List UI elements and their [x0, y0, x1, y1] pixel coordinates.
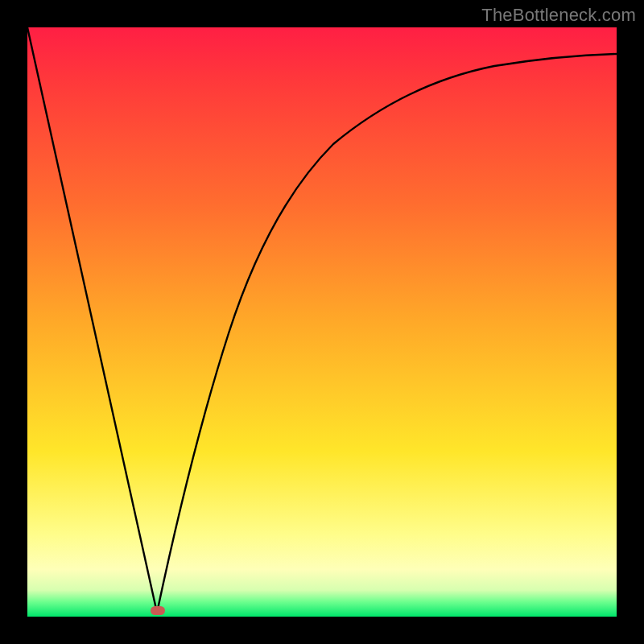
chart-frame: TheBottleneck.com — [0, 0, 644, 644]
bottleneck-curve — [27, 27, 617, 617]
plot-area — [27, 27, 617, 617]
watermark-text: TheBottleneck.com — [481, 5, 636, 26]
curve-left-limb — [27, 27, 157, 613]
curve-right-limb — [157, 54, 617, 613]
minimum-marker — [151, 606, 165, 615]
